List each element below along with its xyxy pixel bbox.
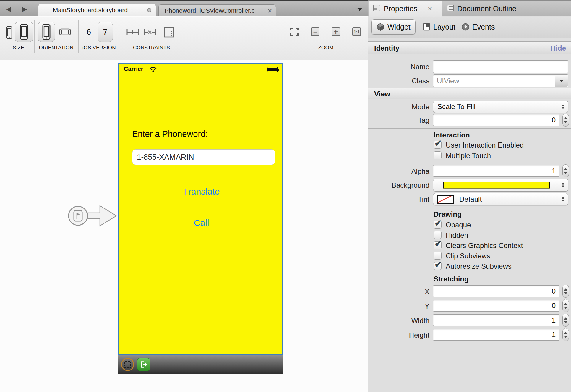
tab-overflow-caret-icon[interactable] — [357, 8, 362, 11]
orientation-landscape-button[interactable] — [59, 28, 71, 35]
events-icon — [462, 23, 469, 31]
chevron-down-icon — [559, 80, 564, 82]
tab-document-outline[interactable]: Document Outline — [442, 1, 545, 17]
constraint-size-button[interactable] — [163, 26, 175, 38]
stretch-height-field[interactable]: 1 — [433, 329, 559, 341]
dock-icon[interactable]: □ — [421, 6, 424, 12]
mode-tab-layout[interactable]: Layout — [418, 19, 460, 35]
storyboard-editor: ◀ ▶ MainStoryboard.storyboard Phoneword_… — [0, 0, 368, 392]
checkbox-label: Opaque — [446, 221, 471, 229]
zoom-actual-size-button[interactable]: 1:1 — [352, 27, 361, 36]
tag-field[interactable]: 0 — [433, 114, 559, 126]
mode-tab-events[interactable]: Events — [457, 19, 499, 35]
tab-label: MainStoryboard.storyboard — [53, 7, 128, 14]
ios-version-group-label: iOS VERSION — [78, 45, 121, 52]
exit-segue-icon[interactable] — [137, 358, 150, 371]
constraint-remove-button[interactable] — [143, 28, 157, 37]
translate-button[interactable]: Translate — [119, 187, 284, 197]
tab-viewcontroller[interactable]: Phoneword_iOSViewController.c ✕ — [158, 4, 276, 16]
view-title: View — [374, 90, 390, 98]
stretch-x-field[interactable]: 0 — [433, 285, 559, 297]
name-field[interactable] — [433, 60, 568, 73]
initial-viewcontroller-arrow[interactable] — [66, 203, 119, 229]
stretch-y-stepper[interactable] — [562, 299, 569, 312]
tab-properties[interactable]: Properties □ ✕ — [369, 1, 442, 17]
viewcontroller-icon[interactable] — [121, 358, 134, 371]
zoom-fullscreen-button[interactable] — [290, 27, 299, 37]
mode-tab-widget[interactable]: Widget — [371, 19, 416, 35]
checkbox-multiple-touch[interactable] — [434, 151, 442, 159]
class-dropdown-button[interactable] — [555, 75, 568, 87]
alpha-field[interactable]: 1 — [433, 165, 559, 177]
stretch-y-field[interactable]: 0 — [433, 300, 559, 312]
drawing-title: Drawing — [434, 210, 462, 218]
tab-modified-indicator-icon — [147, 8, 151, 12]
call-button[interactable]: Call — [119, 218, 284, 228]
checkbox-clears-graphics-context[interactable] — [434, 241, 442, 249]
stretch-width-stepper[interactable] — [562, 314, 569, 327]
tab-mainstoryboard[interactable]: MainStoryboard.storyboard — [38, 4, 156, 16]
background-color-swatch — [443, 182, 550, 189]
mode-tab-label: Layout — [433, 23, 455, 31]
layout-icon — [423, 23, 430, 31]
stretching-title: Stretching — [434, 275, 469, 283]
nav-forward-button[interactable]: ▶ — [20, 4, 30, 14]
ios-version-6-button[interactable]: 6 — [87, 27, 91, 37]
alpha-label: Alpha — [368, 167, 429, 176]
orientation-group-label: ORIENTATION — [33, 45, 80, 52]
ios-version-7-button-selected[interactable]: 7 — [98, 22, 113, 42]
mode-value: Scale To Fill — [437, 103, 476, 111]
phoneword-text-field[interactable]: 1-855-XAMARIN — [132, 149, 275, 165]
toolbar-separator — [119, 20, 119, 53]
carrier-label: Carrier — [124, 66, 143, 72]
document-outline-icon — [447, 4, 454, 13]
stretch-y-label: Y — [368, 302, 429, 310]
checkbox-label: User Interaction Enabled — [446, 141, 524, 149]
designer-toolbar: SIZE ORIENTATION 6 7 iOS VE — [0, 17, 368, 60]
orientation-portrait-button-selected[interactable] — [38, 22, 55, 42]
class-combo[interactable]: UIView — [433, 74, 568, 87]
size-iphone4-button-selected[interactable] — [15, 22, 33, 42]
constraint-add-width-button[interactable] — [126, 28, 139, 37]
checkbox-autoresize-subviews[interactable] — [434, 262, 442, 270]
inspector-panel: Properties □ ✕ Document Outline — [368, 0, 571, 392]
design-canvas[interactable]: Carrier Enter a Phoneword: 1-855-XAMARIN… — [0, 60, 368, 392]
uiview-root[interactable]: Carrier Enter a Phoneword: 1-855-XAMARIN… — [118, 63, 283, 355]
background-color-dropdown[interactable] — [433, 179, 568, 192]
checkbox-clip-subviews[interactable] — [434, 252, 442, 260]
checkbox-label: Clears Graphics Context — [446, 242, 523, 250]
tag-stepper[interactable] — [562, 114, 569, 127]
properties-icon — [373, 4, 381, 13]
stretch-width-field[interactable]: 1 — [433, 314, 559, 326]
tab-label: Phoneword_iOSViewController.c — [165, 7, 254, 14]
identity-section-header: Identity Hide — [368, 41, 571, 54]
mode-label: Mode — [368, 103, 429, 111]
checkbox-user-interaction-enabled[interactable] — [434, 141, 442, 149]
zoom-in-button[interactable]: + — [332, 27, 340, 36]
alpha-stepper[interactable] — [562, 164, 569, 177]
zoom-out-button[interactable]: − — [311, 27, 319, 36]
updown-arrows-icon — [562, 183, 564, 188]
section-divider — [368, 207, 571, 207]
mode-dropdown[interactable]: Scale To Fill — [433, 101, 568, 113]
stretch-height-stepper[interactable] — [562, 328, 569, 341]
zoom-group-label: ZOOM — [304, 45, 347, 52]
tab-close-icon[interactable]: ✕ — [267, 7, 272, 14]
checkbox-label: Multiple Touch — [446, 152, 491, 160]
tint-dropdown[interactable]: Default — [433, 193, 568, 205]
nav-back-button[interactable]: ◀ — [4, 4, 14, 14]
section-divider — [368, 271, 571, 271]
wifi-icon — [149, 66, 157, 73]
stretch-x-stepper[interactable] — [562, 285, 569, 298]
stretch-x-label: X — [368, 288, 429, 296]
checkbox-hidden[interactable] — [434, 231, 442, 239]
phoneword-prompt-label[interactable]: Enter a Phoneword: — [132, 129, 208, 139]
size-iphone35-button[interactable] — [6, 26, 12, 39]
close-icon[interactable]: ✕ — [428, 6, 432, 12]
name-label: Name — [368, 63, 429, 71]
tag-label: Tag — [368, 116, 429, 124]
updown-arrows-icon — [562, 197, 564, 202]
stretch-width-label: Width — [368, 317, 429, 325]
checkbox-opaque[interactable] — [434, 221, 442, 229]
hide-link[interactable]: Hide — [551, 44, 566, 52]
